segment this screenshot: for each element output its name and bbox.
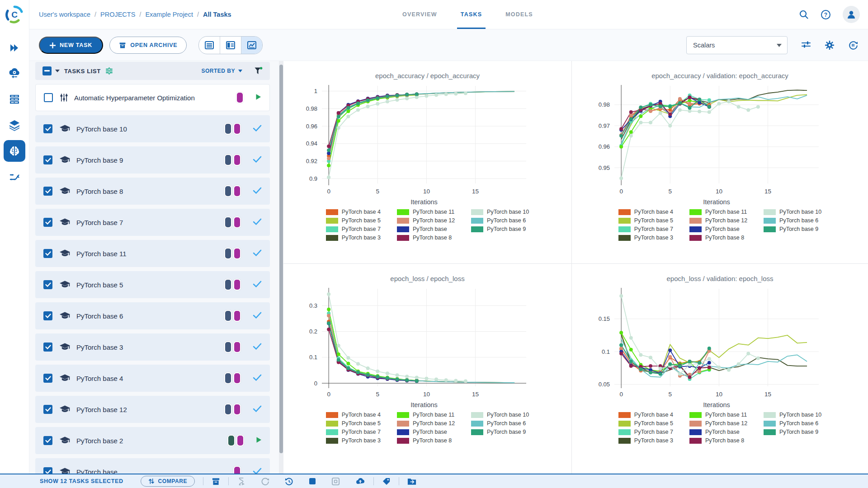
legend-item[interactable]: PyTorch base 8	[689, 437, 747, 444]
legend-item[interactable]: PyTorch base 7	[618, 226, 673, 232]
legend-item[interactable]: PyTorch base 8	[689, 235, 747, 241]
reset-icon[interactable]	[261, 477, 269, 486]
task-checkbox[interactable]	[43, 218, 52, 227]
legend-item[interactable]: PyTorch base 7	[326, 226, 381, 232]
task-name[interactable]: PyTorch base 5	[76, 281, 123, 289]
legend-item[interactable]: PyTorch base 9	[471, 226, 529, 232]
abort-icon[interactable]	[309, 478, 316, 485]
legend-item[interactable]: PyTorch base 6	[764, 217, 821, 224]
task-name[interactable]: PyTorch base 8	[76, 188, 123, 195]
legend-item[interactable]: PyTorch base 12	[397, 420, 455, 427]
legend-item[interactable]: PyTorch base 3	[618, 235, 673, 241]
tab-tasks[interactable]: TASKS	[449, 0, 494, 29]
task-checkbox[interactable]	[43, 343, 52, 352]
task-row[interactable]: PyTorch base 11	[35, 240, 270, 267]
abort-all-children-icon[interactable]	[331, 477, 340, 486]
task-row[interactable]: PyTorch base	[35, 458, 270, 474]
legend-item[interactable]: PyTorch base	[689, 429, 747, 435]
task-checkbox[interactable]	[43, 124, 52, 133]
legend-item[interactable]: PyTorch base 9	[764, 429, 821, 435]
legend-item[interactable]: PyTorch base 3	[326, 235, 381, 241]
legend-item[interactable]: PyTorch base 12	[689, 217, 747, 224]
legend-item[interactable]: PyTorch base 5	[326, 217, 381, 224]
archive-icon[interactable]	[212, 477, 220, 486]
task-name[interactable]: PyTorch base 12	[76, 406, 127, 413]
legend-item[interactable]: PyTorch base 5	[326, 420, 381, 427]
sorted-by-button[interactable]: SORTED BY	[201, 68, 242, 74]
legend-item[interactable]: PyTorch base 4	[326, 412, 381, 418]
clearml-logo[interactable]: C	[0, 0, 29, 29]
publish-icon[interactable]	[355, 477, 365, 485]
selection-menu-caret-icon[interactable]	[55, 70, 60, 72]
legend-item[interactable]: PyTorch base 10	[471, 209, 529, 215]
select-all-checkbox[interactable]	[42, 66, 52, 75]
legend-item[interactable]: PyTorch base 10	[764, 412, 821, 418]
chart-canvas[interactable]: 0.90.920.940.960.981051015Iterations	[288, 81, 568, 208]
legend-item[interactable]: PyTorch base 7	[618, 429, 673, 435]
legend-item[interactable]: PyTorch base 10	[764, 209, 821, 215]
tasks-scrollbar-thumb[interactable]	[279, 65, 283, 453]
selected-count-label[interactable]: SHOW 12 TASKS SELECTED	[40, 478, 123, 484]
open-archive-button[interactable]: OPEN ARCHIVE	[109, 37, 187, 54]
legend-item[interactable]: PyTorch base 4	[326, 209, 381, 215]
legend-item[interactable]: PyTorch base 3	[618, 437, 673, 444]
tab-models[interactable]: MODELS	[494, 0, 545, 29]
tasks-scrollbar[interactable]	[279, 61, 283, 474]
task-row[interactable]: PyTorch base 2	[35, 427, 270, 454]
task-checkbox[interactable]	[43, 187, 52, 196]
datasets-icon[interactable]	[4, 114, 25, 136]
task-checkbox[interactable]	[43, 374, 52, 383]
chart-canvas[interactable]: 0.950.960.970.98051015Iterations	[580, 81, 860, 208]
task-checkbox[interactable]	[43, 280, 52, 289]
task-name[interactable]: PyTorch base 7	[76, 219, 123, 226]
chart-view-icon[interactable]	[241, 37, 262, 54]
legend-item[interactable]: PyTorch base 8	[397, 437, 455, 444]
task-row[interactable]: PyTorch base 4	[35, 365, 270, 392]
gear-icon[interactable]	[825, 40, 835, 50]
legend-item[interactable]: PyTorch base 9	[764, 226, 821, 232]
chart-canvas[interactable]: 00.10.20.3051015Iterations	[288, 284, 568, 411]
new-task-button[interactable]: NEW TASK	[39, 37, 103, 54]
task-checkbox[interactable]	[43, 249, 52, 258]
queues-icon[interactable]	[4, 89, 25, 110]
table-view-icon[interactable]	[199, 37, 220, 54]
task-row[interactable]: PyTorch base 6	[35, 302, 270, 329]
search-icon[interactable]	[799, 9, 809, 19]
pipelines-icon[interactable]	[4, 166, 25, 188]
task-name[interactable]: PyTorch base 4	[76, 375, 123, 382]
legend-item[interactable]: PyTorch base 4	[618, 412, 673, 418]
task-row[interactable]: PyTorch base 12	[35, 396, 270, 423]
move-to-project-icon[interactable]	[407, 478, 416, 485]
chart-canvas[interactable]: 0.050.10.15051015Iterations	[580, 284, 860, 411]
legend-item[interactable]: PyTorch base 5	[618, 217, 673, 224]
legend-item[interactable]: PyTorch base 8	[397, 235, 455, 241]
task-row[interactable]: PyTorch base 10	[35, 115, 270, 142]
avatar[interactable]	[843, 6, 860, 23]
task-checkbox[interactable]	[43, 405, 52, 414]
legend-item[interactable]: PyTorch base 4	[618, 209, 673, 215]
compare-button[interactable]: COMPARE	[141, 476, 195, 487]
legend-item[interactable]: PyTorch base 7	[326, 429, 381, 435]
tags-icon[interactable]	[382, 477, 391, 486]
breadcrumb-all-tasks[interactable]: All Tasks	[203, 11, 231, 18]
task-name[interactable]: PyTorch base 9	[76, 156, 123, 164]
task-row[interactable]: PyTorch base 7	[35, 209, 270, 236]
task-checkbox[interactable]	[44, 93, 53, 102]
help-icon[interactable]: ?	[821, 9, 831, 20]
legend-item[interactable]: PyTorch base 6	[471, 420, 529, 427]
task-row[interactable]: PyTorch base 3	[35, 333, 270, 361]
expand-sidebar-icon[interactable]	[4, 37, 25, 59]
legend-item[interactable]: PyTorch base 12	[397, 217, 455, 224]
breadcrumb-project[interactable]: Example Project	[145, 11, 193, 18]
task-checkbox[interactable]	[43, 155, 52, 164]
legend-item[interactable]: PyTorch base 11	[689, 209, 747, 215]
legend-item[interactable]: PyTorch base	[397, 226, 455, 232]
legend-item[interactable]: PyTorch base	[397, 429, 455, 435]
retry-icon[interactable]	[285, 477, 293, 486]
breadcrumb-projects[interactable]: PROJECTS	[100, 11, 135, 18]
enqueue-icon[interactable]	[237, 477, 245, 486]
auto-refresh-icon[interactable]	[848, 40, 858, 50]
task-row[interactable]: PyTorch base 9	[35, 146, 270, 174]
task-checkbox[interactable]	[43, 436, 52, 445]
projects-icon[interactable]	[4, 140, 25, 162]
